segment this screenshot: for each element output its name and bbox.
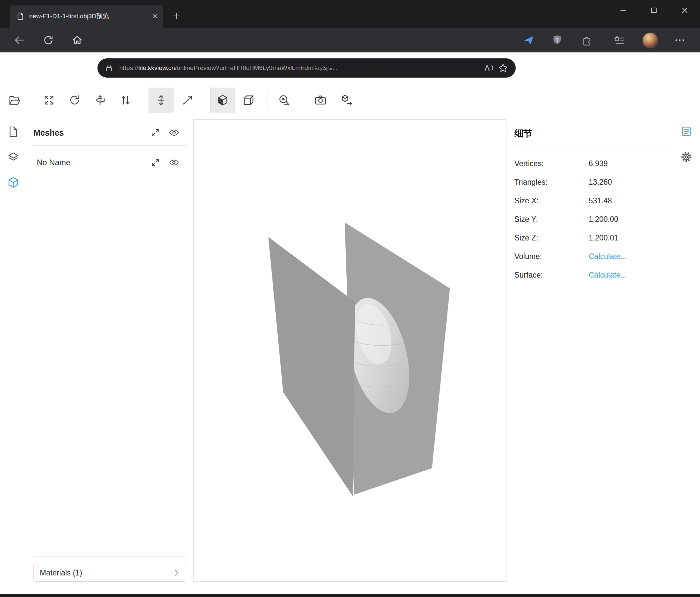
open-model-icon <box>8 94 21 106</box>
tab-close-icon[interactable] <box>152 13 158 20</box>
export-model-icon <box>341 94 353 106</box>
view-orthographic-button[interactable] <box>236 88 261 113</box>
details-row-volume: Volume: Calculate... <box>515 247 667 266</box>
browser-tab-bar: new-F1-D1-1-first.obj3D预览 <box>0 0 700 28</box>
details-row-size-y: Size Y: 1,200.00 <box>515 210 667 229</box>
export-model-button[interactable] <box>334 88 359 113</box>
screenshot-camera-icon <box>314 94 327 106</box>
view-perspective-icon <box>217 94 229 106</box>
details-list-icon <box>681 126 692 137</box>
details-rows: Vertices: 6,939 Triangles: 13,260 Size X… <box>515 154 667 284</box>
calculate-surface-link[interactable]: Calculate... <box>589 271 627 280</box>
window-close-button[interactable] <box>669 0 700 21</box>
panel-divider <box>515 146 667 146</box>
model-canvas[interactable] <box>194 120 506 581</box>
pan-vertical-icon <box>155 94 167 106</box>
measure-line-icon <box>181 94 194 106</box>
meshes-panel-header: Meshes <box>33 123 186 142</box>
window-bottom-edge <box>0 594 700 597</box>
fit-view-button[interactable] <box>36 88 61 113</box>
mesh-list-item[interactable]: No Name <box>33 153 186 172</box>
rotate-free-button[interactable] <box>62 88 87 113</box>
chevron-right-icon <box>172 569 181 577</box>
window-maximize-button[interactable] <box>639 0 669 21</box>
model-cube-icon <box>7 176 19 188</box>
window-controls <box>607 0 700 21</box>
view-perspective-button[interactable] <box>210 88 235 113</box>
visibility-all-eye-icon[interactable] <box>168 127 180 138</box>
extension-bird-icon[interactable] <box>520 32 537 48</box>
back-button[interactable] <box>10 31 28 49</box>
details-row-triangles: Triangles: 13,260 <box>515 173 667 191</box>
mesh-name: No Name <box>37 158 143 167</box>
details-row-size-x: Size X: 531.48 <box>515 191 667 210</box>
plane-left <box>269 237 355 496</box>
flip-vertical-button[interactable] <box>113 88 138 113</box>
details-panel-tab[interactable] <box>678 123 694 139</box>
calculate-volume-link[interactable]: Calculate... <box>589 252 627 261</box>
window-minimize-button[interactable] <box>607 0 639 21</box>
model-viewport[interactable] <box>193 119 506 582</box>
details-row-vertices: Vertices: 6,939 <box>515 154 667 173</box>
settings-more-icon[interactable] <box>672 32 688 48</box>
tab-favicon-icon <box>16 12 25 21</box>
svg-text:T: T <box>555 37 558 43</box>
details-row-size-z: Size Z: 1,200.01 <box>515 229 667 247</box>
page-title: new-F1-D1-1-first.obj <box>0 62 700 73</box>
toolbar-separator <box>32 92 32 109</box>
refresh-button[interactable] <box>39 31 58 49</box>
materials-tab[interactable] <box>5 149 21 165</box>
measure-tape-icon <box>278 94 291 106</box>
settings-tab[interactable] <box>678 149 694 165</box>
tab-title: new-F1-D1-1-first.obj3D预览 <box>29 12 152 21</box>
measure-line-button[interactable] <box>175 88 200 113</box>
mesh-visibility-eye-icon[interactable] <box>168 157 180 168</box>
browser-nav-bar: https://file.kkview.cn/onlinePreview?url… <box>0 28 700 52</box>
expand-all-icon[interactable] <box>150 127 161 138</box>
model-tree-tab[interactable] <box>5 174 21 190</box>
pan-vertical-button[interactable] <box>149 88 174 113</box>
browser-tab[interactable]: new-F1-D1-1-first.obj3D预览 <box>10 5 163 28</box>
screenshot-camera-button[interactable] <box>308 88 333 113</box>
file-icon <box>7 126 19 138</box>
new-tab-button[interactable] <box>169 9 184 23</box>
zoom-to-mesh-icon[interactable] <box>150 157 161 168</box>
details-panel-title: 细节 <box>515 127 532 139</box>
details-row-surface: Surface: Calculate... <box>515 266 667 284</box>
flip-vertical-icon <box>119 94 132 106</box>
toolbar-separator <box>267 92 268 109</box>
favorites-bar-icon[interactable] <box>611 32 627 48</box>
fit-view-icon <box>43 94 55 106</box>
profile-avatar[interactable] <box>642 32 658 48</box>
meshes-panel-title: Meshes <box>33 128 143 138</box>
shield-extension-icon[interactable]: T <box>549 32 566 48</box>
toolbar-separator <box>604 35 604 46</box>
rotate-free-icon <box>68 94 81 106</box>
open-model-button[interactable] <box>2 88 27 113</box>
materials-icon <box>7 151 19 163</box>
extensions-puzzle-icon[interactable] <box>579 32 595 48</box>
materials-button[interactable]: Materials (1) <box>33 564 186 582</box>
gear-icon <box>680 151 692 163</box>
materials-button-label: Materials (1) <box>40 569 172 577</box>
rotate-axis-button[interactable] <box>88 88 113 113</box>
toolbar-separator <box>205 92 205 109</box>
panel-divider <box>33 556 186 556</box>
rotate-axis-icon <box>94 94 106 106</box>
toolbar-separator <box>143 92 143 109</box>
measure-tape-button[interactable] <box>272 88 297 113</box>
panel-divider <box>33 145 186 146</box>
viewer-toolbar <box>0 88 371 113</box>
home-button[interactable] <box>68 31 86 49</box>
view-orthographic-icon <box>242 94 255 106</box>
file-info-tab[interactable] <box>5 124 21 140</box>
